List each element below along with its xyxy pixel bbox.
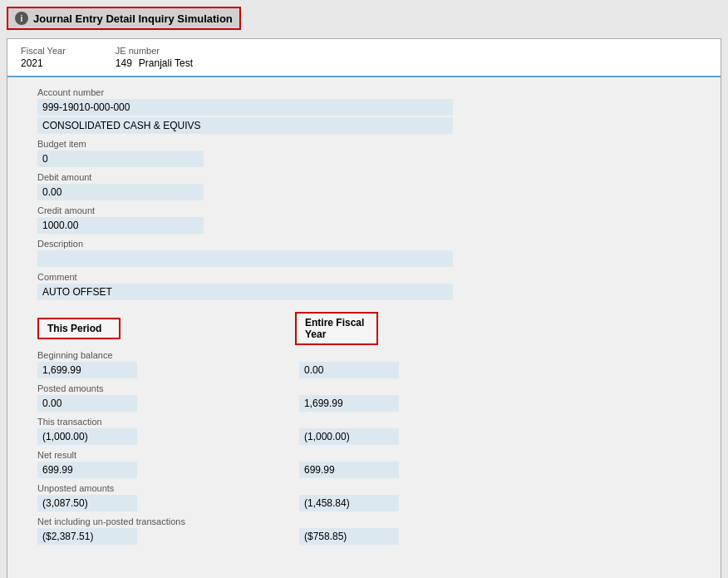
credit-amount-label: Credit amount <box>37 205 707 215</box>
this-period-header: This Period <box>37 318 121 339</box>
this-transaction-entire: (1,000.00) <box>299 428 399 445</box>
description-group: Description <box>21 239 707 267</box>
account-number-group: Account number 999-19010-000-000 CONSOLI… <box>21 87 707 134</box>
beginning-balance-row: Beginning balance 1,699.99 0.00 <box>37 350 644 378</box>
account-number-label: Account number <box>37 87 707 97</box>
net-including-entire: ($758.85) <box>299 528 399 545</box>
debit-amount-value: 0.00 <box>37 184 204 200</box>
fiscal-year-value: 2021 <box>21 57 66 69</box>
posted-amounts-this-period: 0.00 <box>37 395 137 412</box>
net-result-row: Net result 699.99 699.99 <box>37 450 644 478</box>
description-label: Description <box>37 239 707 249</box>
beginning-balance-label: Beginning balance <box>37 350 644 360</box>
comment-group: Comment AUTO OFFSET <box>21 272 707 300</box>
beginning-balance-this-period: 1,699.99 <box>37 362 137 378</box>
title-icon: i <box>15 12 28 25</box>
je-number-value: 149 <box>116 57 132 69</box>
net-result-label: Net result <box>37 450 644 460</box>
je-name-value: Pranjali Test <box>139 57 193 69</box>
net-result-entire: 699.99 <box>299 462 399 478</box>
comment-value: AUTO OFFSET <box>37 284 453 300</box>
net-result-this-period: 699.99 <box>37 462 137 478</box>
unposted-amounts-values: (3,087.50) (1,458.84) <box>37 495 644 511</box>
posted-amounts-label: Posted amounts <box>37 383 644 393</box>
column-headers-row: This Period Entire Fiscal Year <box>37 312 644 345</box>
net-including-row: Net including un-posted transactions ($2… <box>37 516 644 545</box>
main-container: Fiscal Year 2021 JE number 149 Pranjali … <box>7 38 721 578</box>
net-including-values: ($2,387.51) ($758.85) <box>37 528 644 545</box>
credit-amount-group: Credit amount 1000.00 <box>21 205 707 234</box>
account-number-value: 999-19010-000-000 <box>37 99 453 116</box>
debit-amount-label: Debit amount <box>37 172 707 182</box>
this-transaction-values: (1,000.00) (1,000.00) <box>37 428 644 445</box>
this-transaction-this-period: (1,000.00) <box>37 428 137 445</box>
content-area: Account number 999-19010-000-000 CONSOLI… <box>7 77 721 560</box>
page-title: Journal Entry Detail Inquiry Simulation <box>33 12 233 25</box>
net-including-label: Net including un-posted transactions <box>37 516 644 526</box>
balance-section: Beginning balance 1,699.99 0.00 Posted a… <box>37 350 644 550</box>
entire-fiscal-year-col-header-wrapper: Entire Fiscal Year <box>295 312 553 345</box>
this-period-col-header-wrapper: This Period <box>37 318 295 339</box>
this-transaction-label: This transaction <box>37 417 644 427</box>
net-result-values: 699.99 699.99 <box>37 462 644 478</box>
credit-amount-value: 1000.00 <box>37 217 204 234</box>
title-bar: i Journal Entry Detail Inquiry Simulatio… <box>7 7 241 30</box>
unposted-amounts-this-period: (3,087.50) <box>37 495 137 511</box>
je-number-label: JE number <box>116 46 193 56</box>
account-name-value: CONSOLIDATED CASH & EQUIVS <box>37 117 453 134</box>
posted-amounts-values: 0.00 1,699.99 <box>37 395 644 412</box>
posted-amounts-entire: 1,699.99 <box>299 395 399 412</box>
unposted-amounts-entire: (1,458.84) <box>299 495 399 511</box>
net-including-this-period: ($2,387.51) <box>37 528 137 545</box>
header-section: Fiscal Year 2021 JE number 149 Pranjali … <box>7 39 721 77</box>
je-number-row: 149 Pranjali Test <box>116 57 193 69</box>
fiscal-year-label: Fiscal Year <box>21 46 66 56</box>
debit-amount-group: Debit amount 0.00 <box>21 172 707 200</box>
entire-fiscal-year-header: Entire Fiscal Year <box>295 312 378 345</box>
comment-label: Comment <box>37 272 707 282</box>
budget-item-group: Budget item 0 <box>21 139 707 167</box>
budget-item-value: 0 <box>37 151 204 167</box>
unposted-amounts-label: Unposted amounts <box>37 483 644 493</box>
unposted-amounts-row: Unposted amounts (3,087.50) (1,458.84) <box>37 483 644 511</box>
this-transaction-row: This transaction (1,000.00) (1,000.00) <box>37 417 644 445</box>
budget-item-label: Budget item <box>37 139 707 149</box>
beginning-balance-entire: 0.00 <box>299 362 399 378</box>
je-number-field: JE number 149 Pranjali Test <box>116 46 193 69</box>
posted-amounts-row: Posted amounts 0.00 1,699.99 <box>37 383 644 412</box>
beginning-balance-values: 1,699.99 0.00 <box>37 362 644 378</box>
fiscal-year-field: Fiscal Year 2021 <box>21 46 66 69</box>
description-value <box>37 250 453 267</box>
